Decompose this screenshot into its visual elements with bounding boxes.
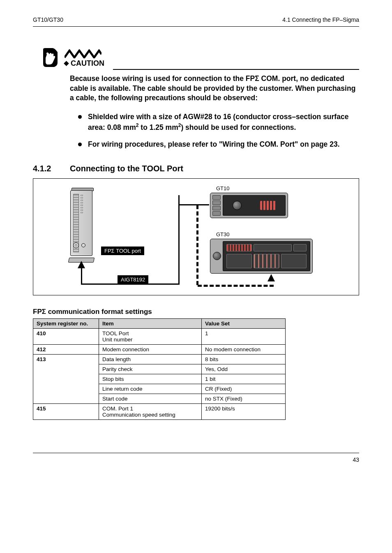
caution-label: CAUTION (71, 59, 104, 68)
diamond-icon (64, 61, 69, 66)
page-number: 43 (353, 456, 359, 463)
connection-diagram: FPΣ TOOL port AIGT8192 GT10 GT30 (33, 178, 359, 295)
arrow-up-icon (78, 261, 85, 268)
bullet-icon (78, 143, 82, 146)
table-header-row: System register no. Item Value Set (33, 318, 286, 328)
gt10-device-graphic (210, 193, 288, 218)
dashed-line-vertical (196, 205, 198, 285)
bullet-item: Shielded wire with a size of AGW#28 to 1… (78, 112, 359, 132)
caution-bullet-list: Shielded wire with a size of AGW#28 to 1… (78, 112, 359, 150)
table-row: 410 TOOL Port Unit number 1 (33, 328, 286, 344)
bullet-icon (78, 115, 82, 119)
caution-hand-icon (41, 47, 60, 68)
table-row: 412 Modem connection No modem connection (33, 344, 286, 354)
table-body: 410 TOOL Port Unit number 1 412 Modem co… (33, 328, 286, 419)
caution-label-row: CAUTION (65, 59, 104, 68)
page-header: GT10/GT30 4.1 Connecting the FP–Sigma (33, 16, 359, 23)
table-heading: FPΣ communication format settings (33, 308, 359, 316)
table-row: 413 Data length 8 bits (33, 354, 286, 364)
connector-line-horizontal (180, 204, 209, 205)
header-right: 4.1 Connecting the FP–Sigma (282, 16, 359, 23)
section-heading: 4.1.2Connecting to the TOOL Port (33, 164, 359, 173)
section-number: 4.1.2 (33, 164, 70, 173)
header-rule (33, 26, 359, 27)
col-value: Value Set (202, 318, 286, 328)
bullet-text: For wiring procedures, please refer to "… (88, 140, 340, 150)
cell-item: COM. Port 1 Communication speed setting (99, 403, 202, 419)
caution-title-wrapper: CAUTION (65, 49, 104, 68)
caution-rule (113, 69, 359, 70)
page-container: GT10/GT30 4.1 Connecting the FP–Sigma CA… (0, 0, 392, 475)
caution-header: CAUTION (41, 47, 359, 68)
settings-table: System register no. Item Value Set 410 T… (33, 318, 286, 420)
caution-intro-text: Because loose wiring is used for connect… (70, 74, 359, 103)
dashed-line-horizontal (198, 285, 274, 287)
bullet-text: Shielded wire with a size of AGW#28 to 1… (88, 112, 359, 132)
gt30-device-graphic (210, 239, 313, 274)
bullet-item: For wiring procedures, please refer to "… (78, 140, 359, 150)
page-footer: 43 (33, 453, 359, 463)
zigzag-icon (65, 49, 101, 58)
cell-item: TOOL Port Unit number (99, 328, 202, 344)
gt10-label: GT10 (216, 185, 230, 191)
arrow-up-icon (267, 274, 275, 281)
table-row: 415 COM. Port 1 Communication speed sett… (33, 403, 286, 419)
col-item: Item (99, 318, 202, 328)
caution-rule-wrap (41, 69, 359, 70)
caution-block: CAUTION Because loose wiring is used for… (41, 47, 359, 150)
section-title: Connecting to the TOOL Port (70, 164, 183, 173)
col-register: System register no. (33, 318, 99, 328)
plc-unit-graphic (70, 190, 95, 259)
gt30-label: GT30 (216, 231, 230, 237)
connector-line-vertical (178, 195, 180, 285)
header-left: GT10/GT30 (33, 16, 63, 23)
cable-label: AIGT8192 (118, 275, 148, 284)
tool-port-label: FPΣ TOOL port (101, 247, 144, 255)
